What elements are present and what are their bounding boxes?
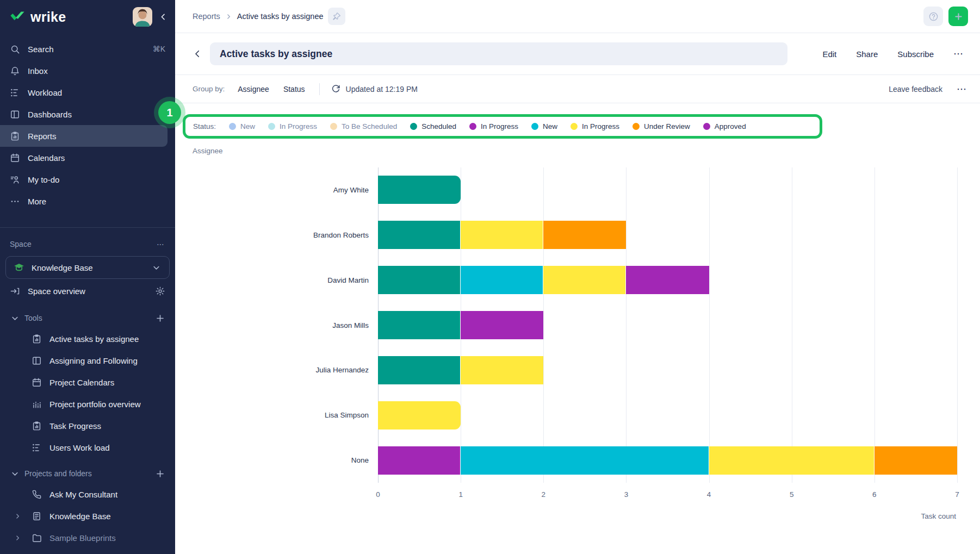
help-button[interactable] (923, 7, 943, 26)
plus-icon[interactable] (155, 469, 165, 479)
pin-button[interactable] (328, 8, 345, 25)
bar-segment-approved[interactable] (626, 266, 709, 294)
legend-item-scheduled[interactable]: Scheduled (410, 122, 456, 130)
chart-x-axis: 01234567 (378, 490, 957, 501)
sidebar-item-more[interactable]: More (0, 190, 175, 212)
sidebar-item-label: Reports (28, 132, 165, 141)
bar-brandon-roberts[interactable] (378, 221, 957, 249)
plus-icon[interactable] (155, 313, 165, 323)
bar-segment-scheduled[interactable] (378, 266, 461, 294)
sidebar-collapse-button[interactable] (158, 11, 169, 22)
sidebar-item-label: Sample Blueprints (49, 533, 116, 543)
sidebar-item-label: More (28, 197, 165, 206)
sidebar-item-search[interactable]: Search⌘K (0, 38, 175, 60)
bar-segment-under-review[interactable] (543, 221, 626, 249)
chevron-right-icon (225, 13, 232, 20)
sidebar-item-calendars[interactable]: Calendars (0, 147, 175, 169)
group-by-option-assignee[interactable]: Assignee (238, 85, 269, 94)
report-title-input[interactable] (210, 42, 787, 65)
bar-segment-in-progress[interactable] (461, 356, 543, 384)
sidebar-item-reports[interactable]: Reports (0, 125, 168, 147)
bar-segment-in-progress[interactable] (461, 221, 543, 249)
breadcrumb-reports[interactable]: Reports (193, 12, 220, 21)
title-overflow-button[interactable]: ⋯ (953, 48, 964, 60)
group-by-option-status[interactable]: Status (283, 85, 305, 94)
doc-icon (32, 511, 42, 521)
bar-segment-scheduled[interactable] (378, 356, 461, 384)
add-button[interactable] (948, 7, 968, 26)
sidebar-item-active-tasks-by-assignee[interactable]: Active tasks by assignee (0, 328, 175, 350)
bar-segment-scheduled[interactable] (378, 311, 461, 339)
legend-item-in-progress[interactable]: In Progress (268, 122, 317, 130)
subscribe-button[interactable]: Subscribe (897, 49, 934, 59)
legend-color-dot (229, 123, 236, 130)
space-selector[interactable]: Knowledge Base (5, 256, 170, 279)
share-button[interactable]: Share (856, 49, 878, 59)
sidebar-item-project-calendars[interactable]: Project Calendars (0, 371, 175, 393)
edit-button[interactable]: Edit (822, 49, 836, 59)
sidebar-item-knowledge-base[interactable]: Knowledge Base (0, 505, 175, 527)
bar-segment-new[interactable] (461, 446, 709, 475)
legend-item-in-progress[interactable]: In Progress (469, 122, 518, 130)
legend-item-approved[interactable]: Approved (703, 122, 746, 130)
legend-item-under-review[interactable]: Under Review (632, 122, 690, 130)
bar-row-david-martin (378, 258, 957, 303)
sidebar-item-task-progress[interactable]: Task Progress (0, 415, 175, 437)
section-header-tools[interactable]: Tools (0, 308, 175, 328)
bar-segment-new[interactable] (461, 266, 543, 294)
legend-item-label: To Be Scheduled (342, 122, 397, 130)
legend-item-to-be-scheduled[interactable]: To Be Scheduled (330, 122, 397, 130)
breadcrumb-current: Active tasks by assignee (237, 12, 324, 21)
bar-segment-in-progress[interactable] (709, 446, 874, 475)
refresh-icon[interactable] (331, 84, 341, 94)
topbar-actions (923, 7, 968, 26)
bar-segment-in-progress[interactable] (543, 266, 626, 294)
sidebar-item-label: Inbox (28, 66, 165, 76)
expand-chevron-icon[interactable] (14, 534, 21, 541)
sidebar-item-users-work-load[interactable]: Users Work load (0, 437, 175, 458)
bar-david-martin[interactable] (378, 266, 957, 294)
sidebar-item-project-portfolio-overview[interactable]: Project portfolio overview (0, 393, 175, 415)
bar-segment-under-review[interactable] (874, 446, 957, 475)
leave-feedback-link[interactable]: Leave feedback (889, 85, 942, 94)
wrike-logo[interactable]: wrike (10, 9, 66, 25)
bar-segment-in-progress[interactable] (461, 311, 543, 339)
title-bar: EditShareSubscribe⋯ (175, 33, 980, 75)
filter-overflow-button[interactable]: ⋯ (957, 83, 967, 95)
x-tick-6: 6 (872, 490, 877, 499)
bar-segment-in-progress[interactable] (378, 401, 461, 429)
legend-item-new[interactable]: New (229, 122, 255, 130)
section-header-projects-and-folders[interactable]: Projects and folders (0, 464, 175, 483)
bar-none[interactable] (378, 446, 957, 475)
bar-julia-hernandez[interactable] (378, 356, 957, 384)
sidebar-item-label: Search (28, 45, 145, 54)
sidebar-item-sample-blueprints[interactable]: Sample Blueprints (0, 527, 175, 549)
sidebar-item-label: Calendars (28, 153, 165, 163)
sidebar-item-my-to-do[interactable]: My to-do (0, 169, 175, 190)
legend-item-label: New (543, 122, 557, 130)
bar-lisa-simpson[interactable] (378, 401, 957, 429)
space-section-header: Space ⋯ (0, 228, 175, 254)
sidebar-item-inbox[interactable]: Inbox (0, 60, 175, 82)
sidebar-item-assigning-and-following[interactable]: Assigning and Following (0, 350, 175, 371)
user-avatar[interactable] (133, 7, 152, 27)
bar-segment-scheduled[interactable] (378, 176, 461, 204)
legend-item-in-progress[interactable]: In Progress (570, 122, 619, 130)
gear-icon[interactable] (155, 286, 165, 296)
sidebar-item-space-overview[interactable]: Space overview (0, 279, 175, 303)
legend-item-new[interactable]: New (531, 122, 557, 130)
category-label-julia-hernandez: Julia Hernandez (175, 347, 369, 393)
back-button[interactable] (193, 49, 202, 59)
bar-jason-mills[interactable] (378, 311, 957, 339)
legend-item-label: In Progress (481, 122, 518, 130)
sidebar-item-ask-my-consultant[interactable]: Ask My Consultant (0, 483, 175, 505)
bar-segment-scheduled[interactable] (378, 221, 461, 249)
sidebar-item-workload[interactable]: Workload (0, 82, 175, 103)
expand-chevron-icon[interactable] (14, 513, 21, 520)
space-menu-icon[interactable]: ⋯ (157, 240, 165, 248)
sidebar-item-dashboards[interactable]: Dashboards (0, 103, 175, 125)
bar-amy-white[interactable] (378, 176, 957, 204)
section-label: Projects and folders (24, 469, 92, 478)
portfolio-icon (32, 399, 42, 409)
bar-segment-in-progress[interactable] (378, 446, 461, 475)
